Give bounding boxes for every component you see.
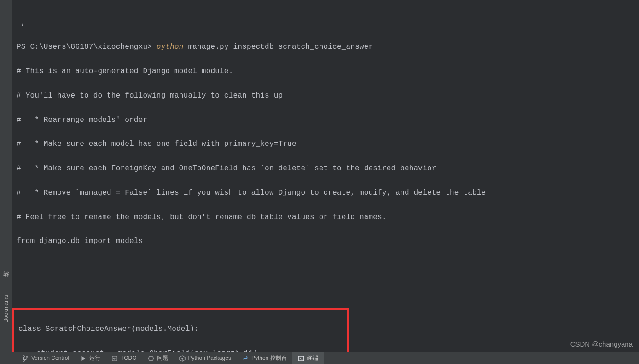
terminal-line: # This is an auto-generated Django model… (17, 65, 639, 77)
tab-label: 问题 (157, 354, 168, 363)
terminal-line: # Feel free to rename the models, but do… (17, 211, 639, 223)
tab-problems[interactable]: 问题 (142, 352, 174, 364)
watermark: CSDN @changyana (570, 339, 633, 350)
todo-icon (111, 355, 118, 362)
tab-version-control[interactable]: Version Control (17, 352, 75, 364)
terminal-line-prompt: PS C:\Users\86187\xiaochengxu> python ma… (17, 41, 639, 53)
terminal-line: _, (17, 17, 639, 29)
tab-terminal[interactable]: 终端 (292, 352, 324, 364)
terminal-line: # * Remove `managed = False` lines if yo… (17, 187, 639, 199)
svg-point-1 (23, 359, 25, 361)
tab-label: 运行 (89, 354, 100, 363)
tab-label: Python Packages (188, 354, 231, 363)
tab-label: Version Control (31, 354, 69, 363)
terminal-line: from django.db import models (17, 235, 639, 247)
terminal-line: # * Make sure each model has one field w… (17, 138, 639, 150)
tab-label: 终端 (307, 354, 318, 363)
tab-label: Python 控制台 (251, 354, 287, 363)
svg-rect-5 (151, 357, 151, 358)
package-icon (179, 355, 186, 362)
left-gutter: Bookmarks 结构 (0, 0, 13, 364)
terminal-line: # You'll have to do the following manual… (17, 90, 639, 102)
svg-rect-8 (298, 356, 303, 361)
warning-icon (148, 355, 154, 362)
tab-todo[interactable]: TODO (106, 352, 142, 364)
python-keyword: python (157, 43, 184, 51)
bottom-toolbar: Version Control 运行 TODO 问题 Python Packag… (0, 352, 639, 364)
python-icon (242, 355, 249, 362)
svg-rect-6 (151, 359, 151, 360)
tab-run[interactable]: 运行 (75, 352, 106, 364)
tab-label: TODO (121, 354, 136, 363)
svg-point-0 (23, 355, 25, 357)
terminal-output[interactable]: _, PS C:\Users\86187\xiaochengxu> python… (17, 0, 639, 351)
tab-python-packages[interactable]: Python Packages (174, 352, 237, 364)
terminal-line: # * Make sure each ForeignKey and OneToO… (17, 162, 639, 174)
sidebar-bookmarks-tab[interactable]: Bookmarks (2, 295, 11, 323)
code-line: class ScratchChoiceAnswer(models.Model): (18, 323, 347, 335)
svg-point-2 (26, 356, 28, 358)
git-branch-icon (22, 355, 29, 362)
terminal-icon (298, 355, 304, 362)
play-icon (80, 355, 87, 362)
svg-point-7 (244, 356, 244, 357)
terminal-line: # * Rearrange models' order (17, 114, 639, 126)
tab-python-console[interactable]: Python 控制台 (237, 352, 292, 364)
